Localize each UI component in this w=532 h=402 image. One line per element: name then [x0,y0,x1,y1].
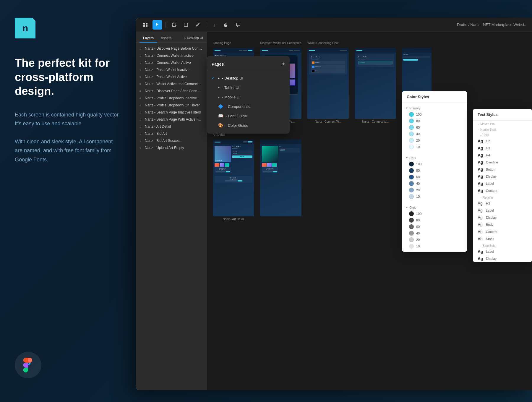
layer-item[interactable]: # Nartz - Paste Wallet Active [136,73,207,80]
ts-regular-body[interactable]: Ag Body [473,221,532,228]
layer-list: # Nartz - Discover Page Before Conn... #… [136,43,207,154]
ts-regular-label[interactable]: Ag Label [473,207,532,214]
layer-item[interactable]: # Nartz - Connect Wallet Active [136,59,207,66]
color-grey-100[interactable]: 100 [402,210,467,217]
add-page-btn[interactable]: + [282,61,285,67]
ts-ag-bold-display: Ag [478,174,484,179]
layer-item[interactable]: # Nartz - Upload Art Empty [136,144,207,151]
ts-bold-content[interactable]: Ag Content [473,187,532,194]
tab-layers[interactable]: Layers [140,34,157,43]
ts-bold-label[interactable]: Ag Label [473,180,532,187]
color-dark-10[interactable]: 10 [402,193,467,200]
primary-label[interactable]: ▼ Primary [402,105,467,111]
label-primary-40: 40 [416,132,420,136]
color-dark-80[interactable]: 80 [402,167,467,174]
shape-tool-btn[interactable] [181,20,191,30]
hash-icon: # [140,139,143,142]
color-primary-60[interactable]: 60 [402,124,467,131]
layer-item[interactable]: # Nartz - Profile Dropdown On Hover [136,102,207,109]
ts-regular-small[interactable]: Ag Small [473,235,532,242]
ts-label-semibold-display: Display [486,257,497,260]
ts-bold-h2[interactable]: Ag H2 [473,137,532,145]
ts-label-semibold-label: Label [486,250,494,253]
layer-item[interactable]: # Nartz - Bid Art Success [136,137,207,144]
svg-rect-13 [184,23,188,27]
hash-icon: # [140,125,143,128]
ts-semibold-label[interactable]: Ag Label [473,248,532,255]
pages-title: Pages [212,62,224,67]
layer-item[interactable]: # Nartz - Paste Wallet Inactive [136,66,207,73]
pen-tool-btn[interactable] [193,20,202,30]
cursor-tool-btn[interactable] [153,20,162,30]
label-primary-20: 20 [416,139,420,142]
semibold-arrow: − [480,244,481,247]
frame-art-detail: Art Detail Sound [213,140,254,221]
hand-tool-btn[interactable] [222,20,231,30]
layer-item[interactable]: # Nartz - Art Detail [136,123,207,130]
page-item-font[interactable]: ✓ 📖 - Font Guide [207,111,290,121]
ts-bold-display[interactable]: Ag Display [473,173,532,180]
hash-icon: # [140,118,143,121]
ts-regular-content[interactable]: Ag Content [473,228,532,235]
layer-item[interactable]: # Nartz - Search Page With Active F... [136,116,207,123]
comment-tool-btn[interactable] [233,20,243,30]
svg-rect-3 [146,25,147,27]
logo-box: n [15,18,35,38]
hash-icon: # [140,111,143,114]
color-primary-100[interactable]: 100 [402,111,467,118]
color-grey-40[interactable]: 40 [402,230,467,236]
layer-item[interactable]: # Nartz - Discover Page After Conn... [136,87,207,95]
swatch-grey-20 [409,237,414,242]
swatch-primary-100 [409,112,414,117]
page-item-components[interactable]: ✓ 🔷 - Components [207,102,290,111]
color-primary-40[interactable]: 40 [402,131,467,137]
page-item-tablet[interactable]: ✓ ▪ - Tablet UI [207,83,290,92]
layer-item[interactable]: # Nartz - Connect Wallet Inactive [136,52,207,59]
color-grey-10[interactable]: 10 [402,243,467,249]
ts-semibold-display[interactable]: Ag Display [473,255,532,262]
ts-label-regular-small: Small [486,237,494,241]
color-primary-10[interactable]: 10 [402,144,467,150]
dark-label[interactable]: ▼ Dark [402,155,467,161]
layer-name: Nartz - Upload Art Empty [145,146,184,150]
layer-item[interactable]: # Nartz - Wallet Active and Connect... [136,80,207,87]
tab-assets[interactable]: Assets [157,34,175,43]
ts-regular-h3[interactable]: Ag H3 [473,200,532,207]
color-grey-60[interactable]: 60 [402,223,467,230]
ts-bold-h4[interactable]: Ag H4 [473,152,532,159]
grey-label[interactable]: ▼ Grey [402,205,467,210]
grid-tool-btn[interactable] [141,20,150,30]
color-dark-20[interactable]: 20 [402,187,467,193]
ts-regular-display[interactable]: Ag Display [473,214,532,221]
ts-bold-overline[interactable]: Ag Overline [473,159,532,166]
frame-tool-btn[interactable] [169,20,179,30]
nunito-arrow: − [478,128,479,131]
color-grey-80[interactable]: 80 [402,217,467,223]
primary-text: Primary [409,106,421,110]
color-primary-80[interactable]: 80 [402,118,467,124]
layer-item[interactable]: # Nartz - Bid Art [136,130,207,137]
page-item-desktop[interactable]: ✓ ▪ - Desktop UI [207,73,290,83]
ts-bold-button[interactable]: Ag Button [473,166,532,173]
page-item-color[interactable]: ✓ 🎨 - Color Guide [207,121,290,130]
color-dark-100[interactable]: 100 [402,161,467,167]
layer-name: Nartz - Paste Wallet Active [145,75,187,79]
layer-item[interactable]: # Nartz - Discover Page Before Conn... [136,45,207,52]
maven-arrow: − [478,123,479,126]
layer-name: Nartz - Connect Wallet Active [145,61,191,65]
ts-ag-regular-h3: Ag [478,201,484,206]
ts-bold-h3[interactable]: Ag H3 [473,145,532,152]
layer-item[interactable]: # Nartz - Search Page Inactive Filters [136,109,207,116]
layer-item[interactable]: # Nartz - Profile Dropdown Inactive [136,95,207,102]
page-label-tablet: - Tablet UI [222,85,239,90]
color-dark-40[interactable]: 40 [402,180,467,187]
svg-rect-1 [146,23,147,25]
ts-ag-regular-body: Ag [478,222,484,227]
grey-text: Grey [409,206,416,209]
swatch-dark-20 [409,188,414,192]
page-item-mobile[interactable]: ✓ ▪ - Mobile UI [207,92,290,102]
color-dark-60[interactable]: 60 [402,174,467,180]
color-primary-20[interactable]: 20 [402,137,467,144]
color-grey-20[interactable]: 20 [402,236,467,243]
text-tool-btn[interactable]: T [210,20,219,30]
